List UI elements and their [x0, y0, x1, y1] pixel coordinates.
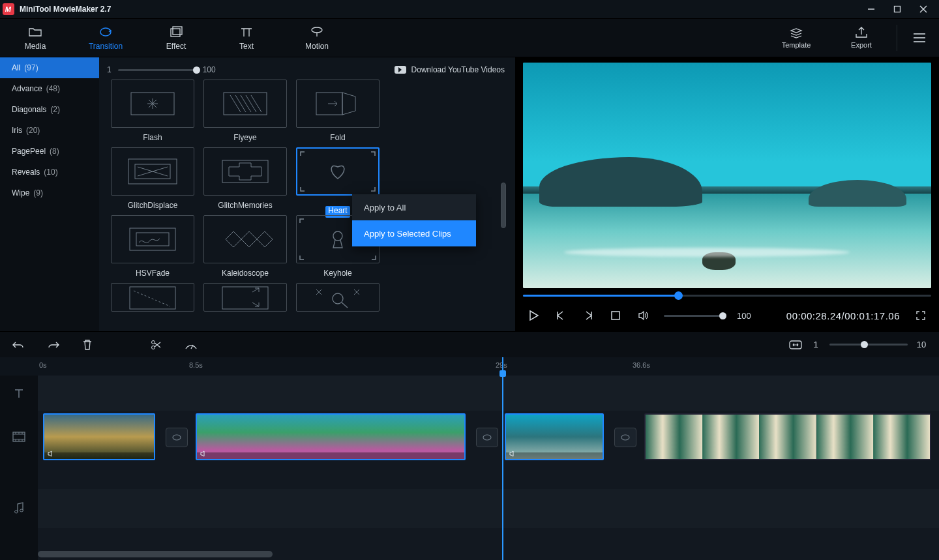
- transition-slot-1[interactable]: [166, 428, 188, 447]
- split-button[interactable]: [150, 339, 162, 351]
- fullscreen-button[interactable]: [914, 309, 927, 322]
- window-minimize-button[interactable]: [858, 0, 884, 18]
- next-frame-icon: [582, 310, 594, 321]
- svg-line-20: [251, 95, 261, 112]
- stop-icon: [610, 310, 621, 321]
- tab-media[interactable]: Media: [0, 18, 70, 57]
- svg-point-6: [312, 27, 322, 33]
- category-iris[interactable]: Iris(20): [0, 120, 99, 141]
- svg-rect-30: [130, 287, 175, 309]
- video-track-header[interactable]: [0, 411, 38, 463]
- tab-motion[interactable]: Motion: [282, 18, 352, 57]
- transition-browser: 1 100 Download YouTube Videos Flash Flye…: [99, 57, 515, 331]
- transition-kaleidoscope[interactable]: Kaleidoscope: [200, 215, 291, 280]
- category-reveals[interactable]: Reveals(10): [0, 162, 99, 183]
- transition-flash[interactable]: Flash: [107, 80, 198, 145]
- playhead[interactable]: [502, 357, 503, 560]
- svg-rect-4: [171, 29, 180, 37]
- export-button[interactable]: Export: [829, 18, 894, 57]
- trash-icon: [82, 339, 93, 351]
- delete-button[interactable]: [82, 339, 93, 351]
- svg-point-37: [152, 346, 155, 349]
- transition-partial-3[interactable]: [292, 283, 383, 312]
- text-track-header[interactable]: [0, 376, 38, 411]
- video-track[interactable]: [38, 411, 939, 463]
- timeline: 0s 8.5s 29s 36.6s: [0, 357, 939, 560]
- svg-line-16: [230, 95, 241, 112]
- transition-glitchmemories[interactable]: GlitchMemories: [200, 147, 291, 213]
- text-track[interactable]: [38, 376, 939, 411]
- play-icon: [528, 310, 539, 321]
- svg-rect-32: [222, 287, 268, 309]
- timeline-ruler[interactable]: 0s 8.5s 29s 36.6s: [38, 357, 939, 376]
- audio-track-header[interactable]: [0, 489, 38, 528]
- svg-line-19: [246, 95, 256, 112]
- clip-2[interactable]: [196, 413, 466, 460]
- tab-transition[interactable]: Transition: [70, 18, 141, 57]
- svg-rect-35: [612, 312, 619, 319]
- fullscreen-icon: [916, 310, 926, 321]
- browser-scrollbar[interactable]: [501, 78, 506, 331]
- category-sidebar: All(97) Advance(48) Diagonals(2) Iris(20…: [0, 57, 99, 331]
- timeline-tracks[interactable]: 0s 8.5s 29s 36.6s: [38, 357, 939, 560]
- tab-effect[interactable]: Effect: [141, 18, 211, 57]
- browser-zoom-min: 1: [107, 65, 112, 74]
- transition-flyeye[interactable]: Flyeye: [200, 80, 291, 145]
- mute-button[interactable]: [636, 309, 649, 322]
- main-row: All(97) Advance(48) Diagonals(2) Iris(20…: [0, 57, 939, 331]
- preview-seek-bar[interactable]: [523, 288, 931, 302]
- audio-track[interactable]: [38, 489, 939, 528]
- template-button[interactable]: Template: [764, 18, 829, 57]
- window-close-button[interactable]: [910, 0, 936, 18]
- transition-fold[interactable]: Fold: [292, 80, 383, 145]
- volume-slider[interactable]: [664, 315, 723, 317]
- clip-4[interactable]: [644, 413, 931, 460]
- menu-apply-to-all[interactable]: Apply to All: [352, 194, 476, 220]
- transition-slot-2[interactable]: [476, 428, 498, 447]
- menu-button[interactable]: [900, 33, 939, 43]
- browser-zoom-max: 100: [203, 65, 216, 74]
- motion-icon: [310, 25, 324, 39]
- preview-panel: 100 00:00:28.24/00:01:17.06: [515, 57, 939, 331]
- speed-button[interactable]: [184, 340, 198, 350]
- youtube-icon: [395, 66, 406, 74]
- transition-icon: [98, 25, 113, 39]
- clip-1[interactable]: [43, 413, 155, 460]
- browser-zoom-slider[interactable]: [118, 69, 196, 71]
- undo-button[interactable]: [12, 340, 25, 350]
- category-all[interactable]: All(97): [0, 57, 99, 78]
- transition-hsvfade[interactable]: HSVFade: [107, 215, 198, 280]
- timeline-zoom-slider[interactable]: [829, 344, 908, 346]
- window-maximize-button[interactable]: [884, 0, 910, 18]
- undo-icon: [12, 340, 25, 350]
- transition-slot-3[interactable]: [614, 428, 636, 447]
- stop-button[interactable]: [609, 309, 622, 322]
- app-title: MiniTool MovieMaker 2.7: [20, 5, 111, 14]
- category-diagonals[interactable]: Diagonals(2): [0, 99, 99, 120]
- category-advance[interactable]: Advance(48): [0, 78, 99, 99]
- speed-icon: [184, 340, 198, 350]
- category-wipe[interactable]: Wipe(9): [0, 183, 99, 203]
- clip-3[interactable]: [505, 413, 604, 460]
- context-menu: Apply to All Apply to Selected Clips: [352, 194, 476, 246]
- tab-text[interactable]: Text: [211, 18, 282, 57]
- transition-partial-1[interactable]: [107, 283, 198, 312]
- redo-button[interactable]: [47, 340, 60, 350]
- next-frame-button[interactable]: [582, 309, 595, 322]
- menu-apply-to-selected[interactable]: Apply to Selected Clips: [352, 220, 476, 246]
- transition-glitchdisplace[interactable]: GlitchDisplace: [107, 147, 198, 213]
- timeline-scrollbar[interactable]: [38, 551, 932, 557]
- download-youtube-link[interactable]: Download YouTube Videos: [395, 65, 505, 74]
- svg-line-17: [235, 95, 246, 112]
- hamburger-icon: [912, 33, 927, 43]
- svg-point-33: [333, 293, 343, 304]
- fit-timeline-button[interactable]: [789, 340, 802, 349]
- svg-line-18: [241, 95, 251, 112]
- transition-partial-2[interactable]: [200, 283, 291, 312]
- play-button[interactable]: [527, 309, 540, 322]
- category-pagepeel[interactable]: PagePeel(8): [0, 141, 99, 162]
- app-logo: M: [3, 3, 14, 15]
- track-headers: [0, 357, 38, 560]
- text-icon: [239, 25, 254, 39]
- prev-frame-button[interactable]: [554, 309, 567, 322]
